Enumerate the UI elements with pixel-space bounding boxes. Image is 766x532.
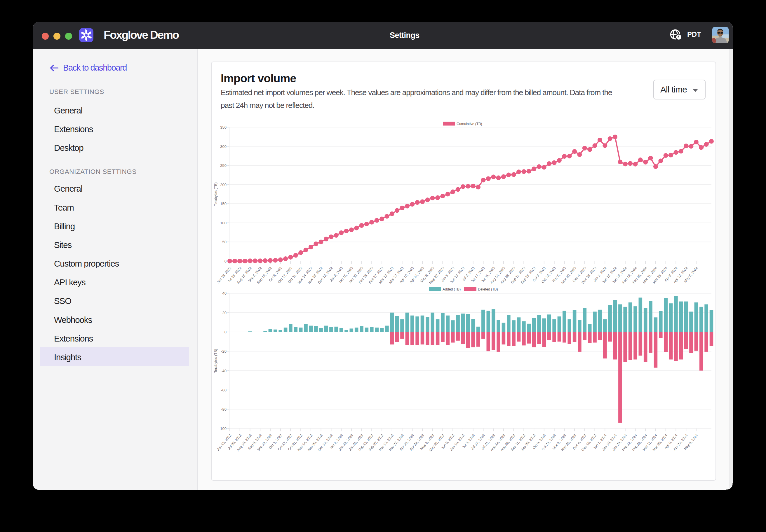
svg-text:0: 0 [225, 330, 227, 334]
svg-text:-80: -80 [221, 407, 227, 412]
svg-text:0: 0 [225, 259, 227, 263]
svg-text:50: 50 [223, 240, 227, 244]
svg-text:-100: -100 [219, 426, 227, 431]
svg-text:350: 350 [220, 125, 227, 129]
svg-text:Cumulative (TB): Cumulative (TB) [456, 122, 482, 126]
svg-text:150: 150 [220, 202, 227, 206]
svg-text:40: 40 [223, 291, 227, 295]
svg-text:Terabytes (TB): Terabytes (TB) [214, 349, 218, 373]
svg-text:Terabytes (TB): Terabytes (TB) [214, 182, 218, 206]
svg-text:Deleted (TB): Deleted (TB) [478, 287, 498, 291]
svg-text:100: 100 [220, 221, 227, 225]
svg-text:200: 200 [220, 183, 227, 187]
svg-text:250: 250 [220, 163, 227, 168]
svg-text:-60: -60 [221, 388, 227, 392]
svg-text:-40: -40 [221, 369, 227, 373]
svg-text:300: 300 [220, 144, 227, 149]
svg-text:20: 20 [223, 311, 227, 315]
svg-text:Added (TB): Added (TB) [442, 287, 461, 291]
svg-text:-20: -20 [221, 349, 227, 353]
